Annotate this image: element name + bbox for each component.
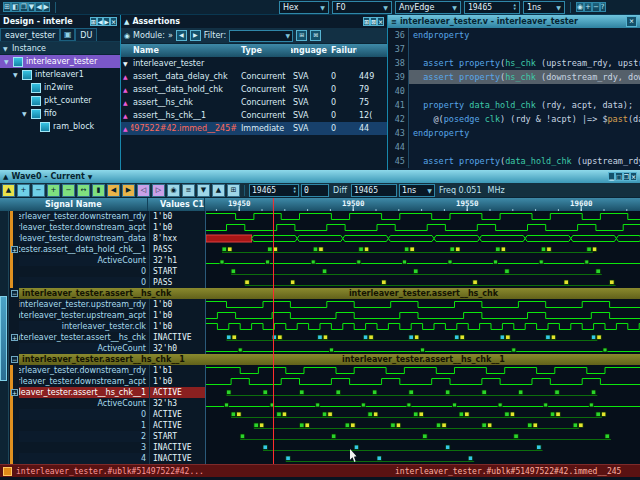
tree-item-interleaver1[interactable]: ▼interleaver1 xyxy=(0,68,120,81)
forward-icon[interactable]: ▶ xyxy=(43,2,50,12)
signal-value[interactable]: 1'b0 xyxy=(149,376,206,387)
next-marker-icon[interactable]: ▷ xyxy=(152,184,165,197)
waveform[interactable] xyxy=(206,244,640,255)
signal-value[interactable]: 1'b0 xyxy=(149,299,206,310)
signal-value[interactable]: 32'h0 xyxy=(149,343,206,354)
signal-value[interactable]: START xyxy=(149,266,206,277)
signal-name[interactable]: interleaver_tester.downstream_acpt xyxy=(19,376,149,387)
wave-left-scrollbar-track[interactable] xyxy=(0,211,9,222)
next-edge-icon[interactable]: ▶ xyxy=(122,184,135,197)
signal-value[interactable]: ACTIVE xyxy=(149,420,206,431)
close-icon[interactable]: × xyxy=(630,172,637,181)
signal-name[interactable]: ActiveCount xyxy=(19,255,149,266)
prev-marker-icon[interactable]: ◁ xyxy=(137,184,150,197)
signal-name[interactable]: ActiveCount xyxy=(19,398,149,409)
zoom-out-icon[interactable]: − xyxy=(592,2,600,12)
waveform[interactable] xyxy=(206,365,640,376)
help-icon[interactable]: ? xyxy=(600,2,606,12)
tree-item-interleaver_tester[interactable]: ▼interleaver_tester xyxy=(0,55,120,68)
signal-name[interactable]: interleaver_tester.downstream_rdy xyxy=(19,365,149,376)
wave-left-scrollbar-track[interactable] xyxy=(0,409,9,420)
signal-value[interactable]: 1'b0 xyxy=(149,211,206,222)
signal-name[interactable]: 0 xyxy=(19,266,149,277)
undock-icon[interactable]: ❐ xyxy=(623,172,630,181)
tree-item-pkt_counter[interactable]: pkt_counter xyxy=(0,94,120,107)
expand-box[interactable]: + xyxy=(11,246,18,253)
wave-left-scrollbar-track[interactable] xyxy=(0,266,9,277)
expression-select[interactable]: F0 ▼ xyxy=(332,1,392,14)
column-header-failure[interactable]: Failure xyxy=(329,46,357,55)
column-header-type[interactable]: Type xyxy=(239,46,291,55)
wave-left-scrollbar-track[interactable] xyxy=(0,244,9,255)
signal-name[interactable]: 0 xyxy=(19,277,149,288)
waveform[interactable] xyxy=(206,420,640,431)
signal-value[interactable]: 8'hxx xyxy=(149,233,206,244)
signal-name[interactable]: interleaver_tester.downstream_acpt xyxy=(19,222,149,233)
delete-cursor-icon[interactable]: − xyxy=(32,184,45,197)
tab-du[interactable]: DU xyxy=(75,28,97,41)
expand-all-icon[interactable]: ▼ xyxy=(197,184,210,197)
signal-value[interactable]: PASS xyxy=(149,244,206,255)
signal-name[interactable]: 4 xyxy=(19,453,149,464)
zoom-in-icon[interactable]: + xyxy=(584,2,592,12)
wave-left-scrollbar-track[interactable] xyxy=(0,277,9,288)
time-ruler[interactable]: 19450195001955019600 xyxy=(205,198,640,211)
tree-item-in2wire[interactable]: in2wire xyxy=(0,81,120,94)
waveform[interactable] xyxy=(206,233,640,244)
close-icon[interactable]: × xyxy=(110,17,117,26)
tab-interleaver-tester[interactable]: eaver_tester xyxy=(0,28,60,41)
signal-name[interactable]: interleaver_tester.assert__data_hold_chk… xyxy=(19,244,149,255)
group-icon[interactable]: ≡ xyxy=(182,184,195,197)
expand-icon[interactable]: ▼ xyxy=(4,58,10,65)
signal-name-column-header[interactable]: Signal Name xyxy=(0,198,148,211)
waveform[interactable] xyxy=(206,332,640,343)
signal-value[interactable]: INACTIVE xyxy=(149,442,206,453)
waveform[interactable] xyxy=(206,255,640,266)
assertion-row[interactable]: ▲assert__data_delay_chkConcurrentSVA0449 xyxy=(121,70,387,83)
dock-icon[interactable]: ◧ xyxy=(11,2,20,12)
collapse-all-icon[interactable]: ▲ xyxy=(212,184,225,197)
cascade-icon[interactable]: ❐ xyxy=(20,2,28,12)
assertion-row[interactable]: ▲#ublk#51497522#42.immed__245ImmediateSV… xyxy=(121,122,387,135)
signal-name[interactable]: interleaver_tester.downstream_data xyxy=(19,233,149,244)
signal-name[interactable]: 2 xyxy=(19,431,149,442)
expand-icon[interactable]: ▼ xyxy=(22,110,28,117)
time-cursor[interactable] xyxy=(273,211,274,464)
waveform[interactable] xyxy=(206,398,640,409)
assertion-row[interactable]: ▲assert__hs_chk__1ConcurrentSVA012( xyxy=(121,109,387,122)
code-editor[interactable]: 36endproperty3738 assert property(hs_chk… xyxy=(388,28,640,170)
expand-icon[interactable]: ▼ xyxy=(13,71,19,78)
diff-time-field[interactable]: 19465 xyxy=(351,184,397,197)
signal-value[interactable]: ACTIVE xyxy=(149,387,206,398)
signal-value[interactable]: 1'b1 xyxy=(149,365,206,376)
signal-name[interactable]: 1 xyxy=(19,420,149,431)
select-cursor-icon[interactable]: ▲ xyxy=(2,184,15,197)
waveform[interactable] xyxy=(206,409,640,420)
signal-value[interactable]: 32'h3 xyxy=(149,398,206,409)
signal-value[interactable]: PASS xyxy=(149,277,206,288)
tab-list-icon[interactable]: ▣ xyxy=(60,28,75,41)
signal-name[interactable]: ActiveCount xyxy=(19,343,149,354)
selection-count-field[interactable]: 0 xyxy=(301,184,329,197)
apply-filter-icon[interactable]: ⊞ xyxy=(296,30,307,41)
waveform[interactable] xyxy=(206,266,640,277)
signal-value[interactable]: INACTIVE xyxy=(149,332,206,343)
chevron-down-icon[interactable]: ▼ xyxy=(88,173,93,180)
signal-value[interactable]: 32'h1 xyxy=(149,255,206,266)
signal-name[interactable]: interleaver_tester.assert__hs_chk__1 xyxy=(19,387,149,398)
signal-name[interactable]: interleaver_tester.upstream_rdy xyxy=(19,299,149,310)
layout-icon[interactable]: ⊞ xyxy=(3,2,11,12)
signal-name[interactable]: interleaver_tester.clk xyxy=(19,321,149,332)
assertion-row[interactable]: ▲assert__data_hold_chkConcurrentSVA079 xyxy=(121,83,387,96)
assertion-group-bar[interactable]: interleaver_tester.assert__hs_chkinterle… xyxy=(19,288,640,299)
expand-box[interactable]: − xyxy=(11,356,18,363)
wave-left-scrollbar-track[interactable] xyxy=(0,442,9,453)
wave-left-scrollbar-track[interactable] xyxy=(0,431,9,442)
next-icon[interactable]: ▶ xyxy=(103,17,110,26)
prev-edge-icon[interactable]: ◀ xyxy=(107,184,120,197)
time-unit-select[interactable]: 1ns ▼ xyxy=(523,1,565,14)
signal-value[interactable]: ACTIVE xyxy=(149,409,206,420)
expand-box[interactable]: + xyxy=(11,389,18,396)
back-icon[interactable]: ◀ xyxy=(35,2,42,12)
expand-box[interactable]: − xyxy=(11,290,18,297)
